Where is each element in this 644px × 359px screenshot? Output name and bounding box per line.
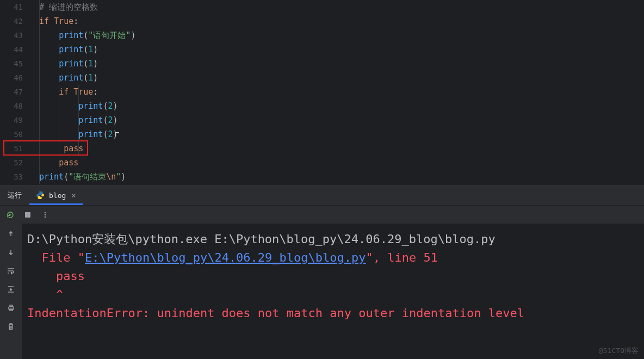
delete-icon[interactable]: [6, 321, 16, 331]
active-tab-indicator: [29, 203, 83, 205]
string: 语句开始: [93, 30, 126, 40]
run-tab-bar: 运行 blog ×: [0, 185, 644, 205]
line-number: 44: [0, 42, 32, 57]
fn-print: print: [78, 101, 103, 111]
scroll-down-icon[interactable]: [6, 247, 16, 257]
terminal-panel: D:\Python安装包\python.exe E:\Python\blog_p…: [0, 224, 644, 359]
rerun-icon[interactable]: [5, 210, 15, 220]
line-number: 53: [0, 170, 32, 184]
fn-print: print: [39, 172, 64, 182]
line-number: 42: [0, 14, 32, 28]
indent-guide: [78, 85, 79, 156]
kw-pass: pass: [64, 144, 83, 153]
more-actions-icon[interactable]: [40, 210, 50, 220]
terminal-gutter: [0, 224, 22, 359]
line-number: 41: [0, 0, 32, 14]
code-line[interactable]: pass: [32, 141, 644, 156]
svg-rect-5: [10, 305, 13, 307]
terminal-line: pass: [27, 267, 639, 286]
comment-hash: #: [39, 2, 49, 12]
fn-print: print: [59, 30, 83, 40]
svg-point-1: [45, 212, 46, 213]
soft-wrap-icon[interactable]: [6, 266, 16, 276]
indent-guide: [39, 0, 40, 184]
number: 1: [88, 45, 93, 54]
fn-print: print: [59, 73, 83, 83]
indent-guide: [59, 14, 59, 170]
code-line[interactable]: print("语句开始"): [32, 28, 644, 42]
terminal-line: File "E:\Python\blog_py\24.06.29_blog\bl…: [27, 249, 639, 267]
kw-if: if: [39, 16, 49, 26]
fn-print: print: [78, 129, 103, 139]
kw-if: if: [59, 87, 69, 97]
code-line[interactable]: print(1): [32, 57, 644, 71]
number: 1: [88, 59, 93, 69]
line-number: 51: [0, 141, 32, 156]
line-number: 49: [0, 113, 32, 127]
line-number-gutter: 41 42 43 44 45 46 47 48 49 50 51 52 53: [0, 0, 32, 185]
string: 语句结束: [73, 172, 106, 182]
scroll-to-end-icon[interactable]: [6, 284, 16, 294]
number: 1: [88, 73, 93, 83]
code-line[interactable]: pass: [32, 156, 644, 170]
terminal-line: D:\Python安装包\python.exe E:\Python\blog_p…: [27, 230, 639, 249]
code-area[interactable]: # 缩进的空格数 if True: print("语句开始") print(1)…: [32, 0, 644, 185]
tab-label: blog: [49, 191, 66, 200]
code-line[interactable]: print(2): [32, 113, 644, 127]
line-number: 52: [0, 156, 32, 170]
svg-point-3: [45, 216, 46, 218]
comment-text: 缩进的空格数: [49, 2, 98, 12]
code-line[interactable]: if True:: [32, 14, 644, 28]
code-line[interactable]: print(1): [32, 71, 644, 85]
escape-seq: \n: [106, 172, 116, 182]
code-line[interactable]: print(2): [32, 127, 644, 141]
svg-rect-0: [25, 212, 30, 218]
print-icon[interactable]: [6, 303, 16, 313]
kw-pass: pass: [59, 158, 78, 168]
code-line[interactable]: print(2): [32, 99, 644, 113]
svg-point-2: [45, 214, 46, 215]
bool-true: True: [73, 87, 93, 97]
line-number: 47: [0, 85, 32, 99]
python-file-icon: [36, 191, 45, 200]
line-number: 43: [0, 28, 32, 42]
line-number: 50: [0, 127, 32, 141]
code-line[interactable]: # 缩进的空格数: [32, 0, 644, 14]
run-tab-blog[interactable]: blog ×: [29, 185, 83, 205]
fn-print: print: [78, 115, 103, 125]
line-number: 45: [0, 57, 32, 71]
fn-print: print: [59, 45, 83, 54]
code-line[interactable]: print("语句结束\n"): [32, 170, 644, 184]
code-line[interactable]: print(1): [32, 42, 644, 57]
close-tab-icon[interactable]: ×: [71, 191, 76, 200]
line-number: 48: [0, 99, 32, 113]
terminal-output[interactable]: D:\Python安装包\python.exe E:\Python\blog_p…: [22, 224, 644, 359]
stop-icon[interactable]: [23, 210, 33, 220]
terminal-line: ^: [27, 286, 639, 304]
line-number: 46: [0, 71, 32, 85]
scroll-up-icon[interactable]: [6, 229, 16, 239]
code-line[interactable]: if True:: [32, 85, 644, 99]
code-editor[interactable]: 41 42 43 44 45 46 47 48 49 50 51 52 53 #…: [0, 0, 644, 185]
fn-print: print: [59, 59, 83, 69]
bool-true: True: [54, 16, 73, 26]
file-link[interactable]: E:\Python\blog_py\24.06.29_blog\blog.py: [85, 251, 366, 264]
run-toolbar: [0, 205, 644, 224]
watermark: @51CTO博客: [599, 346, 639, 356]
run-toolwindow-label[interactable]: 运行: [0, 185, 29, 205]
terminal-error-line: IndentationError: unindent does not matc…: [27, 304, 639, 323]
